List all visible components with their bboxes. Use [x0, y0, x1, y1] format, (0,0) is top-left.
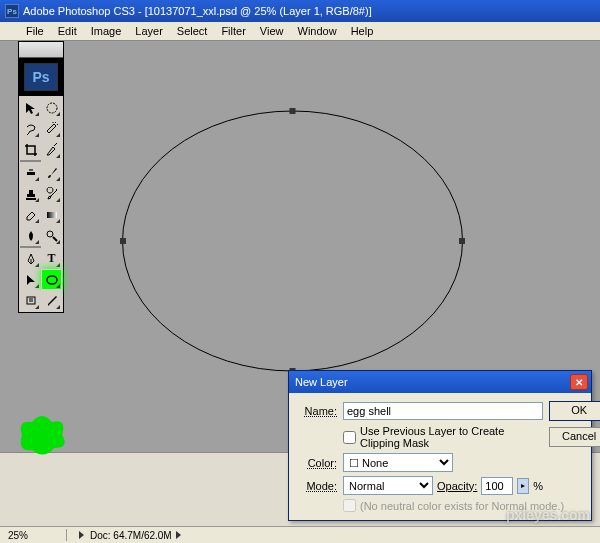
svg-point-2	[123, 111, 463, 371]
svg-point-11	[47, 231, 53, 237]
svg-rect-3	[290, 108, 296, 114]
statusbar: 25% Doc: 64.7M/62.0M	[0, 526, 600, 543]
toolbox: Ps T	[18, 41, 64, 313]
photoshop-badge: Ps	[24, 63, 58, 91]
path-select-tool[interactable]	[20, 269, 41, 290]
slice-tool[interactable]	[41, 139, 62, 160]
dialog-title-text: New Layer	[295, 376, 348, 388]
svg-rect-8	[27, 172, 35, 175]
color-select[interactable]: ☐ None	[343, 453, 453, 472]
menu-file[interactable]: File	[19, 25, 51, 37]
name-input[interactable]	[343, 402, 543, 420]
clipping-mask-row[interactable]: Use Previous Layer to Create Clipping Ma…	[297, 425, 543, 449]
doc-size: Doc: 64.7M/62.0M	[90, 530, 172, 541]
menu-window[interactable]: Window	[291, 25, 344, 37]
move-tool[interactable]	[20, 97, 41, 118]
opacity-input[interactable]	[481, 477, 513, 495]
cancel-button[interactable]: Cancel	[549, 427, 600, 447]
opacity-arrow-icon[interactable]: ▸	[517, 478, 529, 494]
svg-rect-5	[120, 238, 126, 244]
disclosure-icon[interactable]	[79, 531, 84, 539]
heal-tool[interactable]	[20, 162, 41, 183]
percent-label: %	[533, 480, 543, 492]
shape-tool[interactable]	[41, 269, 62, 290]
ellipse-path[interactable]	[120, 106, 465, 376]
stamp-tool[interactable]	[20, 183, 41, 204]
opacity-label: Opacity:	[437, 480, 477, 492]
svg-rect-9	[29, 169, 33, 171]
blur-tool[interactable]	[20, 225, 41, 246]
neutral-color-row: (No neutral color exists for Normal mode…	[297, 499, 600, 512]
notes-tool[interactable]	[20, 290, 41, 311]
photoshop-small-icon: Ps	[2, 24, 16, 38]
lasso-tool[interactable]	[20, 118, 41, 139]
app-icon: Ps	[5, 4, 19, 18]
wand-tool[interactable]	[41, 118, 62, 139]
clipping-mask-label: Use Previous Layer to Create Clipping Ma…	[360, 425, 543, 449]
history-brush-tool[interactable]	[41, 183, 62, 204]
menu-view[interactable]: View	[253, 25, 291, 37]
gradient-tool[interactable]	[41, 204, 62, 225]
dialog-titlebar[interactable]: New Layer ✕	[289, 371, 591, 393]
neutral-text: (No neutral color exists for Normal mode…	[360, 500, 564, 512]
marquee-tool[interactable]	[41, 97, 62, 118]
svg-point-12	[47, 276, 57, 284]
mode-select[interactable]: Normal	[343, 476, 433, 495]
svg-point-7	[47, 103, 57, 113]
color-label: Color:	[297, 457, 337, 469]
svg-rect-10	[47, 212, 57, 218]
brush-tool[interactable]	[41, 162, 62, 183]
menubar: Ps File Edit Image Layer Select Filter V…	[0, 22, 600, 41]
pen-tool[interactable]	[20, 248, 41, 269]
mode-label: Mode:	[297, 480, 337, 492]
menu-filter[interactable]: Filter	[214, 25, 252, 37]
toolbox-header[interactable]	[19, 42, 63, 58]
eyedropper-tool[interactable]	[41, 290, 62, 311]
clipping-mask-checkbox[interactable]	[343, 431, 356, 444]
neutral-checkbox	[343, 499, 356, 512]
window-title: Adobe Photoshop CS3 - [10137071_xxl.psd …	[23, 5, 372, 17]
menu-layer[interactable]: Layer	[128, 25, 170, 37]
new-layer-dialog: New Layer ✕ Name: OK Use Previous Layer …	[288, 370, 592, 521]
type-tool[interactable]: T	[41, 248, 62, 269]
ok-button[interactable]: OK	[549, 401, 600, 421]
dodge-tool[interactable]	[41, 225, 62, 246]
crop-tool[interactable]	[20, 139, 41, 160]
zoom-level[interactable]: 25%	[8, 530, 58, 541]
disclosure-icon[interactable]	[176, 531, 181, 539]
name-label: Name:	[297, 405, 337, 417]
menu-help[interactable]: Help	[344, 25, 381, 37]
window-titlebar: Ps Adobe Photoshop CS3 - [10137071_xxl.p…	[0, 0, 600, 22]
menu-select[interactable]: Select	[170, 25, 215, 37]
menu-edit[interactable]: Edit	[51, 25, 84, 37]
svg-rect-6	[459, 238, 465, 244]
eraser-tool[interactable]	[20, 204, 41, 225]
menu-image[interactable]: Image	[84, 25, 129, 37]
close-button[interactable]: ✕	[570, 374, 588, 390]
